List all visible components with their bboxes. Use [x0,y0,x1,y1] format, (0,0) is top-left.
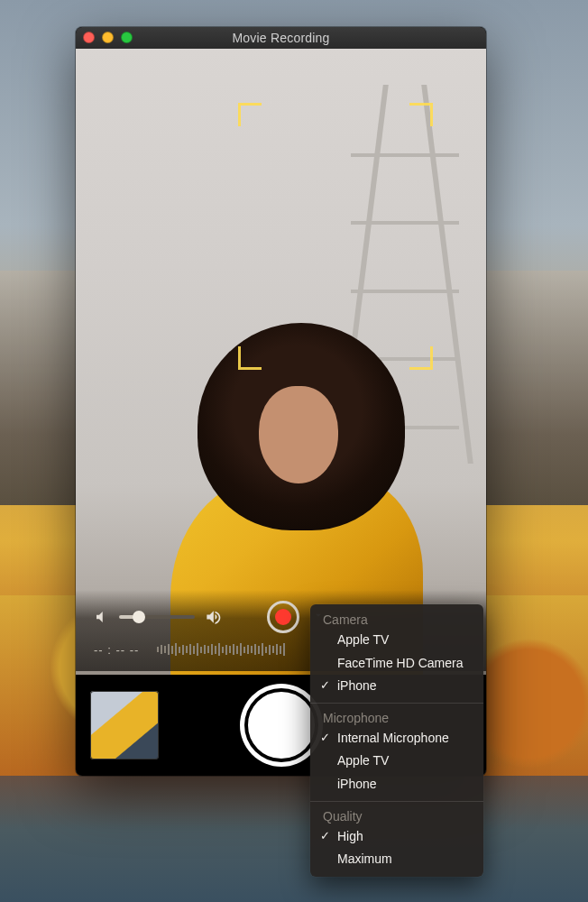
focus-bracket-icon [409,346,433,370]
menu-separator [310,703,483,704]
menu-section-label: Camera [310,610,483,629]
volume-low-icon [94,609,110,625]
menu-item[interactable]: iPhone [310,773,483,796]
volume-slider[interactable] [119,615,195,619]
menu-item[interactable]: iPhone [310,675,483,698]
menu-section-label: Quality [310,806,483,825]
menu-item[interactable]: Apple TV [310,750,483,773]
menu-separator [310,801,483,802]
record-button[interactable] [267,601,299,633]
focus-bracket-icon [238,103,262,126]
device-shutter-button[interactable] [248,692,315,759]
focus-bracket-icon [409,103,433,126]
window-titlebar[interactable]: Movie Recording [76,27,486,49]
menu-section-label: Microphone [310,708,483,727]
volume-high-icon [204,608,222,626]
focus-bracket-icon [238,346,262,370]
close-icon[interactable] [83,32,95,43]
last-photo-thumbnail[interactable] [90,691,159,759]
slider-thumb[interactable] [133,611,145,623]
record-icon [275,609,291,625]
time-display: -- : -- -- [94,643,139,657]
window-title: Movie Recording [76,31,486,45]
menu-item[interactable]: Maximum [310,848,483,871]
scene-subject [198,323,405,530]
menu-item[interactable]: FaceTime HD Camera [310,652,483,676]
menu-item[interactable]: High [310,825,483,849]
recording-options-menu: CameraApple TVFaceTime HD CameraiPhoneMi… [310,604,483,877]
menu-item[interactable]: Internal Microphone [310,727,483,750]
menu-item[interactable]: Apple TV [310,629,483,652]
minimize-icon[interactable] [102,32,114,43]
zoom-icon[interactable] [121,32,133,43]
window-traffic-lights [83,32,133,43]
